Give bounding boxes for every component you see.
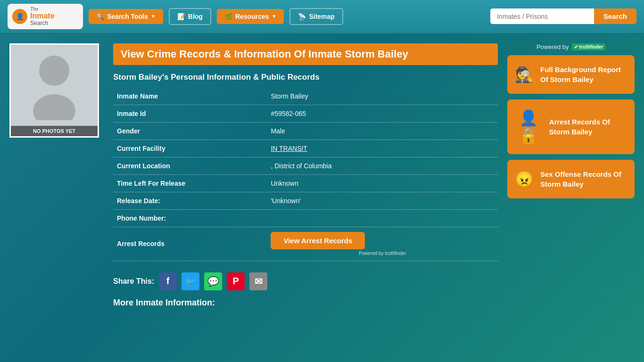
field-label: Inmate Id <box>113 105 267 122</box>
main-content: NO PHOTOS YET View Crime Records & Infor… <box>0 34 644 317</box>
whatsapp-share-button[interactable]: 💬 <box>204 272 222 290</box>
powered-by-text: Powered by <box>537 43 569 50</box>
table-row: Current Location , District of Columbia <box>113 157 498 174</box>
arrest-records-row: Arrest Records View Arrest Records Power… <box>113 227 498 261</box>
more-info-heading: More Inmate Information: <box>113 298 498 308</box>
field-label: Release Date: <box>113 192 267 209</box>
arrest-action: View Arrest Records Powered by truthfind… <box>267 227 498 261</box>
page-title: View Crime Records & Information Of Inma… <box>113 43 498 65</box>
facility-link[interactable]: IN TRANSIT <box>271 145 307 152</box>
tf-icon: ✔ <box>574 44 578 49</box>
field-label: Inmate Name <box>113 88 267 105</box>
search-input[interactable] <box>490 8 594 24</box>
pinterest-share-button[interactable]: P <box>227 272 245 290</box>
full-background-report-button[interactable]: 🕵 Full Background Report Of Storm Bailey <box>507 55 635 94</box>
section-title: Storm Bailey's Personal Information & Pu… <box>113 73 498 82</box>
background-report-label: Full Background Report Of Storm Bailey <box>540 65 627 84</box>
sex-offense-label: Sex Offense Records Of Storm Bailey <box>540 169 627 189</box>
logo-the: The <box>30 7 55 12</box>
field-label: Current Location <box>113 157 267 174</box>
field-value: Male <box>267 122 498 140</box>
field-label: Time Left For Release <box>113 174 267 192</box>
logo-inmate: Inmate <box>30 12 55 20</box>
blog-button[interactable]: 📝 Blog <box>169 8 211 25</box>
field-label: Current Facility <box>113 140 267 157</box>
table-row: Inmate Id #59582-065 <box>113 105 498 122</box>
field-value: Unknown <box>267 174 498 192</box>
powered-by-bar: Powered by ✔ truthfinder <box>507 43 635 50</box>
svg-point-1 <box>33 94 75 120</box>
search-button[interactable]: Search <box>594 8 636 24</box>
resources-icon: 🌿 <box>224 13 232 20</box>
email-share-button[interactable]: ✉ <box>249 272 267 290</box>
chevron-down-icon: ▼ <box>272 14 277 19</box>
photo-silhouette <box>11 45 98 125</box>
search-tools-button[interactable]: 🔍 Search Tools ▼ <box>89 9 163 24</box>
search-bar: Search <box>490 8 636 24</box>
field-value: #59582-065 <box>267 105 498 122</box>
no-photos-label: NO PHOTOS YET <box>11 126 98 136</box>
site-logo[interactable]: 👤 The Inmate Search <box>8 4 83 29</box>
field-value: IN TRANSIT <box>267 140 498 157</box>
left-column: NO PHOTOS YET <box>9 43 104 308</box>
field-value <box>267 209 498 227</box>
search-tools-icon: 🔍 <box>96 13 104 20</box>
table-row: Phone Number: <box>113 209 498 227</box>
inmate-photo-box: NO PHOTOS YET <box>9 43 99 138</box>
sitemap-icon: 📡 <box>298 13 306 20</box>
arrest-records-icon: 👤🔒 <box>515 109 543 145</box>
table-row: Inmate Name Storm Bailey <box>113 88 498 105</box>
logo-icon: 👤 <box>12 9 27 24</box>
resources-button[interactable]: 🌿 Resources ▼ <box>217 9 284 24</box>
chevron-down-icon: ▼ <box>151 14 156 19</box>
table-row: Current Facility IN TRANSIT <box>113 140 498 157</box>
field-value: , District of Columbia <box>267 157 498 174</box>
twitter-share-button[interactable]: 🐦 <box>182 272 199 290</box>
silhouette-svg <box>28 49 80 120</box>
table-row: Time Left For Release Unknown <box>113 174 498 192</box>
field-value: 'Unknown' <box>267 192 498 209</box>
arrest-label: Arrest Records <box>113 227 267 261</box>
share-label: Share This: <box>113 277 154 286</box>
arrest-records-label: Arrest Records Of Storm Bailey <box>549 117 627 137</box>
header: 👤 The Inmate Search 🔍 Search Tools ▼ 📝 B… <box>0 0 644 34</box>
svg-point-0 <box>39 56 69 86</box>
center-column: View Crime Records & Information Of Inma… <box>113 43 498 308</box>
blog-icon: 📝 <box>177 13 185 20</box>
sex-offense-records-button[interactable]: 😠 Sex Offense Records Of Storm Bailey <box>507 160 635 198</box>
facebook-share-button[interactable]: f <box>159 272 177 290</box>
right-sidebar: Powered by ✔ truthfinder 🕵 Full Backgrou… <box>507 43 635 308</box>
logo-search: Search <box>30 20 55 26</box>
info-table: Inmate Name Storm Bailey Inmate Id #5958… <box>113 88 498 261</box>
field-label: Phone Number: <box>113 209 267 227</box>
sex-offense-icon: 😠 <box>515 170 534 188</box>
arrest-records-sidebar-button[interactable]: 👤🔒 Arrest Records Of Storm Bailey <box>507 99 635 154</box>
table-row: Gender Male <box>113 122 498 140</box>
background-report-icon: 🕵 <box>515 66 534 83</box>
share-section: Share This: f 🐦 💬 P ✉ <box>113 272 498 290</box>
powered-by-small: Powered by truthfinder <box>271 251 494 256</box>
view-arrest-records-button[interactable]: View Arrest Records <box>271 232 365 249</box>
truthfinder-logo: ✔ truthfinder <box>572 43 606 50</box>
field-label: Gender <box>113 122 267 140</box>
sitemap-button[interactable]: 📡 Sitemap <box>289 8 343 25</box>
field-value: Storm Bailey <box>267 88 498 105</box>
table-row: Release Date: 'Unknown' <box>113 192 498 209</box>
